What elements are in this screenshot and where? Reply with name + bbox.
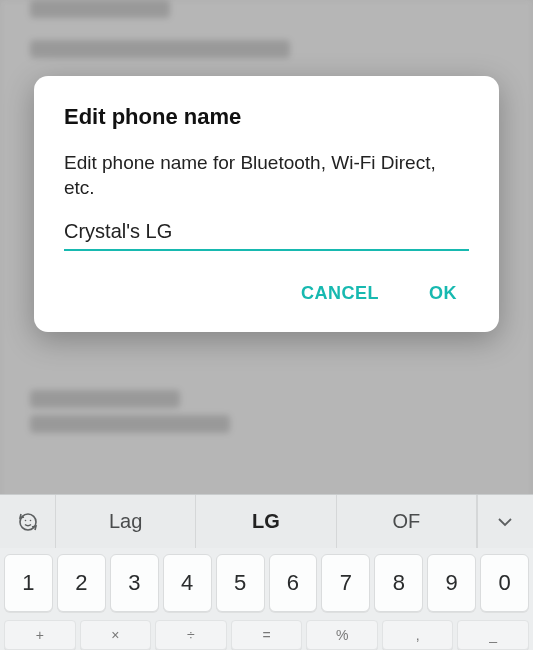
screen: Edit phone name Edit phone name for Blue… [0,0,533,650]
phone-name-input-wrap[interactable] [64,218,469,251]
phone-name-input[interactable] [64,218,469,245]
svg-point-1 [24,519,26,521]
suggestion-right[interactable]: OF [337,495,477,548]
key-underscore[interactable]: _ [457,620,529,650]
ok-button[interactable]: OK [425,277,461,310]
svg-point-0 [20,514,36,530]
dialog-title: Edit phone name [64,104,469,130]
emoji-cycle-icon[interactable] [0,495,56,548]
key-2[interactable]: 2 [57,554,106,612]
key-percent[interactable]: % [306,620,378,650]
key-comma[interactable]: , [382,620,454,650]
key-0[interactable]: 0 [480,554,529,612]
key-equals[interactable]: = [231,620,303,650]
key-7[interactable]: 7 [321,554,370,612]
key-5[interactable]: 5 [216,554,265,612]
suggestion-left[interactable]: Lag [56,495,196,548]
key-plus[interactable]: + [4,620,76,650]
key-multiply[interactable]: × [80,620,152,650]
number-row: 1 2 3 4 5 6 7 8 9 0 [0,548,533,618]
svg-point-2 [29,519,31,521]
key-divide[interactable]: ÷ [155,620,227,650]
suggestion-bar: Lag LG OF [0,494,533,548]
edit-phone-name-dialog: Edit phone name Edit phone name for Blue… [34,76,499,332]
key-6[interactable]: 6 [269,554,318,612]
dialog-actions: CANCEL OK [64,277,469,310]
key-9[interactable]: 9 [427,554,476,612]
soft-keyboard: Lag LG OF 1 2 3 4 5 6 7 8 9 0 + × ÷ = [0,494,533,650]
key-3[interactable]: 3 [110,554,159,612]
symbol-row: + × ÷ = % , _ [0,618,533,650]
cancel-button[interactable]: CANCEL [297,277,383,310]
key-4[interactable]: 4 [163,554,212,612]
collapse-keyboard-icon[interactable] [477,495,533,548]
suggestion-center[interactable]: LG [196,495,336,548]
dialog-description: Edit phone name for Bluetooth, Wi-Fi Dir… [64,150,469,200]
key-8[interactable]: 8 [374,554,423,612]
key-1[interactable]: 1 [4,554,53,612]
